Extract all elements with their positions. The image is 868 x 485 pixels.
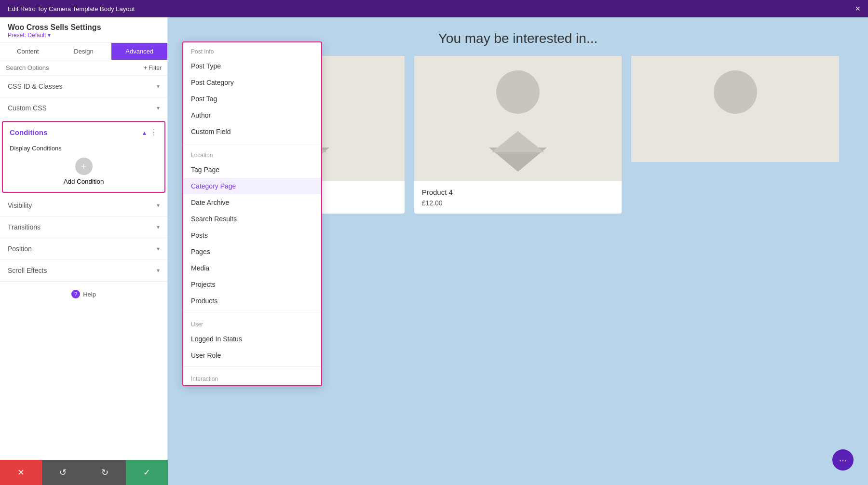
dropdown-item-logged-in-status[interactable]: Logged In Status bbox=[183, 331, 321, 347]
display-conditions-label: Display Conditions bbox=[10, 145, 158, 152]
dropdown-item-products[interactable]: Products bbox=[183, 293, 321, 309]
dropdown-item-search-results[interactable]: Search Results bbox=[183, 211, 321, 227]
conditions-body: Display Conditions + Add Condition bbox=[3, 143, 164, 192]
dropdown-divider bbox=[183, 366, 321, 367]
product-image-circle bbox=[714, 70, 757, 114]
dropdown-label-post-info: Post Info bbox=[183, 42, 321, 58]
chevron-up-icon[interactable]: ▴ bbox=[143, 129, 146, 136]
sidebar-content: CSS ID & Classes ▾ Custom CSS ▾ Conditio… bbox=[0, 76, 167, 485]
save-button[interactable]: ✓ bbox=[126, 460, 168, 485]
dropdown-item-posts[interactable]: Posts bbox=[183, 227, 321, 243]
chevron-down-icon: ▾ bbox=[157, 83, 160, 90]
dropdown-section-post-info: Post Info Post Type Post Category Post T… bbox=[183, 42, 321, 140]
main-content: You may be interested in... bbox=[168, 17, 868, 485]
dropdown-item-projects[interactable]: Projects bbox=[183, 276, 321, 293]
conditions-dropdown: Post Info Post Type Post Category Post T… bbox=[182, 41, 322, 386]
fab-button[interactable]: ··· bbox=[832, 449, 854, 471]
section-css-id: CSS ID & Classes ▾ bbox=[0, 76, 167, 97]
dropdown-section-interaction: Interaction bbox=[183, 370, 321, 385]
section-scroll-effects: Scroll Effects ▾ bbox=[0, 260, 167, 282]
dropdown-item-date-archive[interactable]: Date Archive bbox=[183, 194, 321, 211]
section-visibility-title: Visibility bbox=[8, 202, 32, 209]
close-button[interactable]: × bbox=[855, 4, 860, 14]
kebab-menu-icon[interactable]: ⋮ bbox=[150, 128, 158, 137]
undo-icon: ↺ bbox=[59, 467, 67, 478]
dropdown-divider bbox=[183, 143, 321, 143]
section-visibility-header[interactable]: Visibility ▾ bbox=[0, 195, 167, 216]
conditions-section: Conditions ▴ ⋮ Display Conditions + Add … bbox=[2, 121, 165, 193]
dropdown-item-media[interactable]: Media bbox=[183, 260, 321, 276]
search-bar: + Filter bbox=[0, 60, 167, 76]
chevron-down-icon: ▾ bbox=[157, 245, 160, 252]
section-css-id-title: CSS ID & Classes bbox=[8, 82, 63, 90]
product-image bbox=[414, 56, 622, 181]
section-position: Position ▾ bbox=[0, 238, 167, 260]
section-transitions-header[interactable]: Transitions ▾ bbox=[0, 216, 167, 238]
tab-content[interactable]: Content bbox=[0, 43, 56, 60]
conditions-title: Conditions bbox=[10, 128, 47, 136]
section-custom-css-header[interactable]: Custom CSS ▾ bbox=[0, 97, 167, 119]
dropdown-label-interaction: Interaction bbox=[183, 370, 321, 385]
sidebar: Woo Cross Sells Settings Preset: Default… bbox=[0, 17, 168, 485]
dropdown-item-custom-field[interactable]: Custom Field bbox=[183, 123, 321, 140]
dropdown-section-location: Location Tag Page Category Page Date Arc… bbox=[183, 146, 321, 309]
redo-button[interactable]: ↻ bbox=[84, 460, 126, 485]
section-transitions: Transitions ▾ bbox=[0, 216, 167, 238]
chevron-down-icon: ▾ bbox=[157, 105, 160, 111]
dropdown-item-category-page[interactable]: Category Page bbox=[183, 178, 321, 194]
dropdown-section-user: User Logged In Status User Role bbox=[183, 315, 321, 364]
product-image-chevron-up bbox=[491, 131, 544, 152]
section-custom-css: Custom CSS ▾ bbox=[0, 97, 167, 119]
section-scroll-effects-header[interactable]: Scroll Effects ▾ bbox=[0, 260, 167, 281]
more-options-icon: ··· bbox=[839, 455, 847, 466]
undo-button[interactable]: ↺ bbox=[42, 460, 84, 485]
section-transitions-title: Transitions bbox=[8, 223, 41, 231]
dropdown-item-post-tag[interactable]: Post Tag bbox=[183, 91, 321, 107]
help-icon: ? bbox=[71, 290, 80, 298]
dropdown-item-tag-page[interactable]: Tag Page bbox=[183, 162, 321, 178]
check-icon: ✓ bbox=[143, 467, 150, 478]
product-image-circle bbox=[496, 70, 540, 114]
chevron-down-icon: ▾ bbox=[157, 224, 160, 230]
delete-button[interactable]: ✕ bbox=[0, 460, 42, 485]
filter-button[interactable]: + Filter bbox=[144, 65, 162, 71]
dropdown-label-user: User bbox=[183, 315, 321, 331]
product-image bbox=[631, 56, 839, 162]
section-position-title: Position bbox=[8, 245, 32, 253]
title-bar-title: Edit Retro Toy Camera Template Body Layo… bbox=[8, 5, 135, 13]
sidebar-preset[interactable]: Preset: Default ▾ bbox=[8, 32, 160, 39]
section-position-header[interactable]: Position ▾ bbox=[0, 238, 167, 259]
dropdown-item-pages[interactable]: Pages bbox=[183, 243, 321, 260]
bottom-toolbar: ✕ ↺ ↻ ✓ bbox=[0, 460, 168, 485]
product-card: Product 4 £12.00 bbox=[414, 56, 622, 214]
add-condition-label: Add Condition bbox=[64, 178, 104, 185]
help-label[interactable]: Help bbox=[83, 291, 96, 298]
dropdown-divider bbox=[183, 312, 321, 312]
dropdown-item-post-type[interactable]: Post Type bbox=[183, 58, 321, 74]
conditions-header: Conditions ▴ ⋮ bbox=[3, 122, 164, 143]
section-visibility: Visibility ▾ bbox=[0, 195, 167, 216]
sidebar-tabs: Content Design Advanced bbox=[0, 43, 167, 60]
dropdown-item-post-category[interactable]: Post Category bbox=[183, 74, 321, 91]
dropdown-item-author[interactable]: Author bbox=[183, 107, 321, 123]
sidebar-title: Woo Cross Sells Settings bbox=[8, 23, 160, 32]
dropdown-item-user-role[interactable]: User Role bbox=[183, 347, 321, 364]
tab-advanced[interactable]: Advanced bbox=[111, 43, 167, 60]
add-condition-icon: + bbox=[75, 158, 93, 175]
product-price: £12.00 bbox=[422, 199, 614, 207]
conditions-controls: ▴ ⋮ bbox=[143, 128, 158, 137]
section-scroll-effects-title: Scroll Effects bbox=[8, 267, 47, 274]
chevron-down-icon: ▾ bbox=[157, 202, 160, 209]
section-custom-css-title: Custom CSS bbox=[8, 104, 47, 112]
dropdown-label-location: Location bbox=[183, 146, 321, 162]
section-css-id-header[interactable]: CSS ID & Classes ▾ bbox=[0, 76, 167, 97]
title-bar: Edit Retro Toy Camera Template Body Layo… bbox=[0, 0, 868, 17]
product-info: Product 4 £12.00 bbox=[414, 181, 622, 214]
tab-design[interactable]: Design bbox=[56, 43, 112, 60]
redo-icon: ↻ bbox=[101, 467, 108, 478]
product-name: Product 4 bbox=[422, 188, 614, 196]
search-input[interactable] bbox=[6, 64, 140, 71]
add-condition-button[interactable]: + Add Condition bbox=[10, 158, 158, 185]
sidebar-header: Woo Cross Sells Settings Preset: Default… bbox=[0, 17, 167, 43]
product-card bbox=[631, 56, 839, 162]
